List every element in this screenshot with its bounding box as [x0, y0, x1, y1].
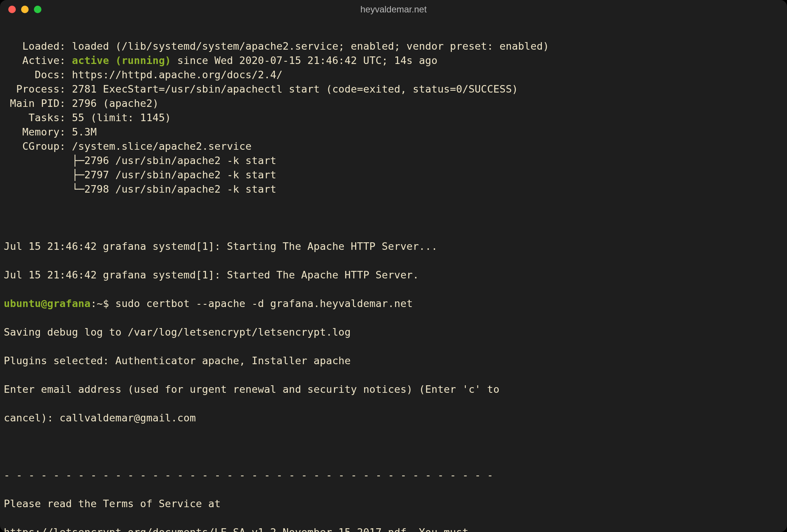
certbot-out-2: Plugins selected: Authenticator apache, …: [4, 354, 783, 368]
prompt-line: ubuntu@grafana:~$ sudo certbot --apache …: [4, 296, 783, 311]
log-line-2: Jul 15 21:46:42 grafana systemd[1]: Star…: [4, 268, 783, 282]
certbot-out-4: cancel): callvaldemar@gmail.com: [4, 411, 783, 425]
maximize-icon[interactable]: [34, 6, 41, 13]
dash-sep-1: - - - - - - - - - - - - - - - - - - - - …: [4, 468, 783, 482]
status-cgroup-key: CGroup:: [4, 140, 66, 152]
terminal-body[interactable]: Loaded: loaded (/lib/systemd/system/apac…: [0, 19, 787, 532]
status-loaded-val: loaded (/lib/systemd/system/apache2.serv…: [66, 40, 549, 52]
window-title: heyvaldemar.net: [0, 4, 787, 15]
prompt-cmd: sudo certbot --apache -d grafana.heyvald…: [115, 298, 413, 309]
tos-line-2: https://letsencrypt.org/documents/LE-SA-…: [4, 525, 783, 532]
prompt-user: ubuntu: [4, 298, 41, 309]
status-active-key: Active:: [4, 55, 66, 66]
close-icon[interactable]: [8, 6, 16, 13]
certbot-out-1: Saving debug log to /var/log/letsencrypt…: [4, 325, 783, 339]
status-mainpid-key: Main PID:: [4, 97, 66, 109]
certbot-out-3: Enter email address (used for urgent ren…: [4, 382, 783, 397]
status-active-green: active (running): [66, 55, 171, 66]
tos-line-1: Please read the Terms of Service at: [4, 497, 783, 511]
status-docs-key: Docs:: [4, 69, 66, 81]
status-active-rest: since Wed 2020-07-15 21:46:42 UTC; 14s a…: [171, 55, 438, 66]
status-mainpid-val: 2796 (apache2): [66, 97, 159, 109]
terminal-window: heyvaldemar.net Loaded: loaded (/lib/sys…: [0, 0, 787, 532]
service-status-block: Loaded: loaded (/lib/systemd/system/apac…: [4, 39, 783, 196]
status-cgroup-val: /system.slice/apache2.service: [66, 140, 252, 152]
status-docs-val: https://httpd.apache.org/docs/2.4/: [66, 69, 283, 81]
status-tasks-val: 55 (limit: 1145): [66, 112, 171, 123]
status-loaded-key: Loaded:: [4, 40, 66, 52]
blank-line: [4, 211, 783, 225]
status-process-key: Process:: [4, 83, 66, 95]
status-memory-val: 5.3M: [66, 126, 97, 138]
minimize-icon[interactable]: [21, 6, 29, 13]
titlebar: heyvaldemar.net: [0, 0, 787, 19]
traffic-lights: [8, 6, 41, 13]
log-line-1: Jul 15 21:46:42 grafana systemd[1]: Star…: [4, 239, 783, 254]
blank-line-2: [4, 439, 783, 454]
prompt-host: grafana: [47, 298, 90, 309]
status-tree-3: └─2798 /usr/sbin/apache2 -k start: [4, 183, 276, 195]
status-memory-key: Memory:: [4, 126, 66, 138]
prompt-path: :~$: [90, 298, 115, 309]
status-tree-2: ├─2797 /usr/sbin/apache2 -k start: [4, 169, 276, 181]
prompt-at: @: [41, 298, 47, 309]
status-tasks-key: Tasks:: [4, 112, 66, 123]
status-process-val: 2781 ExecStart=/usr/sbin/apachectl start…: [66, 83, 518, 95]
status-tree-1: ├─2796 /usr/sbin/apache2 -k start: [4, 155, 276, 166]
